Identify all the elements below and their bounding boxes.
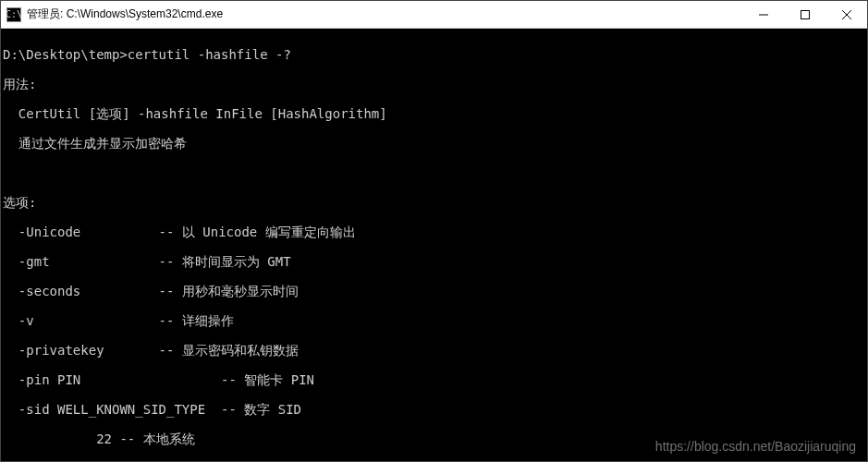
terminal-output[interactable]: D:\Desktop\temp>certutil -hashfile -? 用法… bbox=[1, 29, 867, 461]
maximize-icon bbox=[801, 10, 810, 19]
option-sid: -sid WELL_KNOWN_SID_TYPE -- 数字 SID bbox=[3, 402, 865, 417]
option-pin: -pin PIN -- 智能卡 PIN bbox=[3, 372, 865, 387]
minimize-button[interactable] bbox=[742, 1, 784, 28]
svg-rect-1 bbox=[801, 10, 809, 18]
command-text: certutil -hashfile -? bbox=[128, 47, 291, 62]
minimize-icon bbox=[759, 10, 768, 19]
option-gmt: -gmt -- 将时间显示为 GMT bbox=[3, 254, 865, 269]
window-title: 管理员: C:\Windows\System32\cmd.exe bbox=[27, 6, 742, 22]
option-privatekey: -privatekey -- 显示密码和私钥数据 bbox=[3, 343, 865, 358]
option-seconds: -seconds -- 用秒和毫秒显示时间 bbox=[3, 284, 865, 298]
option-v: -v -- 详细操作 bbox=[3, 313, 865, 328]
close-icon bbox=[842, 10, 851, 19]
usage-label: 用法: bbox=[3, 77, 865, 91]
prompt: D:\Desktop\temp> bbox=[3, 47, 128, 62]
blank-line bbox=[3, 165, 865, 180]
cmd-window: C:\ 管理员: C:\Windows\System32\cmd.exe D:\… bbox=[0, 0, 868, 462]
close-button[interactable] bbox=[825, 1, 867, 28]
titlebar[interactable]: C:\ 管理员: C:\Windows\System32\cmd.exe bbox=[1, 1, 867, 29]
options-label: 选项: bbox=[3, 195, 865, 210]
usage-syntax: CertUtil [选项] -hashfile InFile [HashAlgo… bbox=[3, 106, 865, 121]
cmd-icon: C:\ bbox=[6, 7, 21, 22]
option-unicode: -Unicode -- 以 Unicode 编写重定向输出 bbox=[3, 225, 865, 239]
prompt-line: D:\Desktop\temp>certutil -hashfile -? bbox=[3, 47, 865, 62]
window-controls bbox=[742, 1, 867, 28]
watermark: https://blog.csdn.net/Baozijiaruqing bbox=[655, 439, 856, 454]
usage-description: 通过文件生成并显示加密哈希 bbox=[3, 136, 865, 151]
maximize-button[interactable] bbox=[784, 1, 825, 28]
